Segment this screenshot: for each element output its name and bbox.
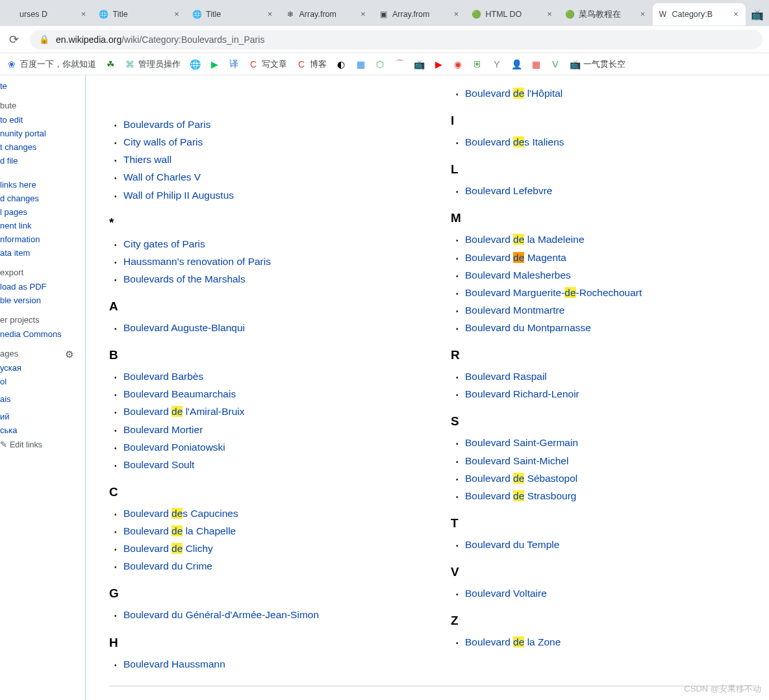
bookmark-item[interactable]: ☘	[105, 59, 116, 69]
sidebar-link[interactable]: t changes	[0, 140, 85, 154]
category-link[interactable]: Boulevard Haussmann	[123, 658, 225, 669]
category-link[interactable]: Boulevard Beaumarchais	[123, 388, 236, 399]
close-icon[interactable]: ×	[359, 10, 368, 19]
url-omnibox[interactable]: 🔒 en.wikipedia.org/wiki/Category:Bouleva…	[30, 30, 763, 49]
sidebar-link[interactable]: ська	[0, 423, 85, 437]
category-link[interactable]: Haussmann's renovation of Paris	[123, 256, 271, 267]
sidebar-link[interactable]: te	[0, 79, 85, 93]
category-link[interactable]: Boulevard Poniatowski	[123, 442, 225, 453]
category-link[interactable]: Boulevards of the Marshals	[123, 273, 246, 284]
sidebar-link[interactable]: nunity portal	[0, 127, 85, 140]
sidebar-link[interactable]: уская	[0, 361, 85, 375]
bookmark-item[interactable]: C博客	[296, 58, 327, 70]
category-link[interactable]: Boulevard Barbès	[123, 371, 203, 382]
browser-tab[interactable]: urses D×	[0, 3, 94, 25]
bookmark-item[interactable]: ▶	[433, 59, 444, 69]
close-icon[interactable]: ×	[79, 10, 88, 19]
category-link[interactable]: Boulevard Malesherbes	[465, 269, 571, 281]
bookmark-item[interactable]: ◐	[336, 59, 346, 69]
category-link[interactable]: Boulevard de la Madeleine	[465, 234, 585, 245]
category-link[interactable]: Boulevard de Strasbourg	[465, 490, 577, 501]
bookmark-item[interactable]: Y	[492, 59, 502, 69]
category-link[interactable]: Boulevard de la Chapelle	[123, 525, 236, 536]
bookmark-item[interactable]: V	[550, 59, 561, 69]
reload-button[interactable]: ⟳	[6, 32, 21, 47]
category-link[interactable]: Boulevard de Clichy	[123, 543, 213, 554]
bookmark-item[interactable]: 🌐	[190, 59, 200, 69]
bookmark-item[interactable]: ▦	[531, 59, 541, 69]
bookmark-item[interactable]: ⬡	[375, 59, 385, 69]
sidebar-link[interactable]: ais	[0, 392, 85, 406]
category-link[interactable]: Thiers wall	[123, 154, 171, 165]
close-icon[interactable]: ×	[172, 10, 181, 19]
browser-tab[interactable]: 🌐Title×	[94, 3, 187, 25]
bookmark-item[interactable]: 👤	[511, 59, 522, 69]
category-link[interactable]: Boulevard de l'Hôpital	[465, 88, 562, 99]
sidebar-link[interactable]: nformation	[0, 232, 85, 246]
bookmark-item[interactable]: 📺一气贯长空	[570, 58, 625, 70]
category-link[interactable]: Boulevard des Italiens	[465, 136, 564, 147]
category-link[interactable]: Boulevard des Capucines	[123, 508, 238, 519]
browser-tab[interactable]: ❄Array.from×	[280, 3, 373, 25]
category-link[interactable]: Boulevard Saint-Germain	[465, 437, 578, 448]
category-link[interactable]: City walls of Paris	[123, 136, 203, 147]
category-link[interactable]: Boulevard Soult	[123, 459, 194, 470]
sidebar-link[interactable]: nedia Commons	[0, 327, 85, 341]
category-link[interactable]: Boulevard Saint-Michel	[465, 455, 568, 466]
edit-links-button[interactable]: ✎Edit links	[0, 437, 85, 452]
sidebar-link[interactable]: ble version	[0, 294, 85, 307]
category-link[interactable]: Boulevard de l'Amiral-Bruix	[123, 406, 244, 417]
bookmark-item[interactable]: ❀百度一下，你就知道	[6, 58, 96, 70]
category-link[interactable]: Boulevard Mortier	[123, 424, 203, 435]
category-link[interactable]: Boulevard du Montparnasse	[465, 322, 591, 333]
category-link[interactable]: Boulevard du Général-d'Armée-Jean-Simon	[123, 609, 319, 620]
sidebar-link[interactable]: ata item	[0, 246, 85, 260]
bookmark-item[interactable]: C写文章	[248, 58, 287, 70]
sidebar-link[interactable]: ий	[0, 410, 85, 423]
bookmark-item[interactable]: ⌘管理员操作	[125, 58, 181, 70]
sidebar-link[interactable]: d file	[0, 154, 85, 168]
sidebar-link[interactable]: ol	[0, 375, 85, 388]
category-link[interactable]: Boulevard de la Zone	[465, 636, 561, 647]
sidebar-link[interactable]: l pages	[0, 205, 85, 219]
bookmark-item[interactable]: ⛨	[472, 59, 483, 69]
category-link[interactable]: Boulevard Voltaire	[465, 588, 547, 599]
browser-tab[interactable]: 🌐Title×	[186, 3, 280, 25]
bookmark-item[interactable]: 译	[229, 59, 239, 69]
close-icon[interactable]: ×	[731, 10, 740, 19]
category-link[interactable]: Boulevard Montmartre	[465, 305, 564, 316]
close-icon[interactable]: ×	[452, 10, 461, 19]
sidebar-link[interactable]: nent link	[0, 219, 85, 232]
sidebar-link[interactable]: d changes	[0, 192, 85, 205]
category-link[interactable]: Boulevard de Magenta	[465, 252, 566, 263]
category-link[interactable]: Boulevard Raspail	[465, 371, 547, 382]
category-link[interactable]: Wall of Charles V	[123, 171, 201, 182]
category-link[interactable]: Boulevard de Sébastopol	[465, 473, 577, 484]
category-link[interactable]: Wall of Philip II Augustus	[123, 190, 234, 201]
bookmark-item[interactable]: ◉	[453, 59, 463, 69]
close-icon[interactable]: ×	[545, 10, 554, 19]
browser-tab[interactable]: WCategory:B×	[653, 3, 746, 25]
sidebar-link[interactable]: links here	[0, 178, 85, 192]
browser-tab[interactable]: 🟢菜鸟教程在×	[559, 3, 653, 25]
browser-tab[interactable]: ▣Array.from×	[373, 3, 466, 25]
sidebar-link[interactable]: to edit	[0, 113, 85, 127]
browser-tab[interactable]: 🟢HTML DO×	[466, 3, 560, 25]
category-link[interactable]: Boulevards of Paris	[123, 119, 210, 130]
category-link[interactable]: Boulevard Marguerite-de-Rochechouart	[465, 287, 642, 298]
close-icon[interactable]: ×	[266, 10, 275, 19]
category-link[interactable]: Boulevard Richard-Lenoir	[465, 388, 579, 399]
category-link[interactable]: Boulevard Auguste-Blanqui	[123, 322, 245, 333]
bookmark-item[interactable]: ▶	[209, 59, 220, 69]
bookmark-item[interactable]: 📺	[414, 59, 424, 69]
category-link[interactable]: Boulevard du Temple	[465, 539, 559, 550]
bookmark-item[interactable]: ▦	[355, 59, 366, 69]
category-link[interactable]: Boulevard du Crime	[123, 560, 212, 571]
tab-overflow-button[interactable]: 📺	[746, 3, 769, 25]
bookmark-item[interactable]: ⌒	[394, 59, 405, 69]
category-link[interactable]: City gates of Paris	[123, 238, 205, 249]
category-link[interactable]: Boulevard Lefebvre	[465, 185, 552, 196]
gear-icon[interactable]: ⚙	[65, 349, 73, 360]
close-icon[interactable]: ×	[638, 10, 648, 19]
sidebar-link[interactable]: load as PDF	[0, 280, 85, 294]
